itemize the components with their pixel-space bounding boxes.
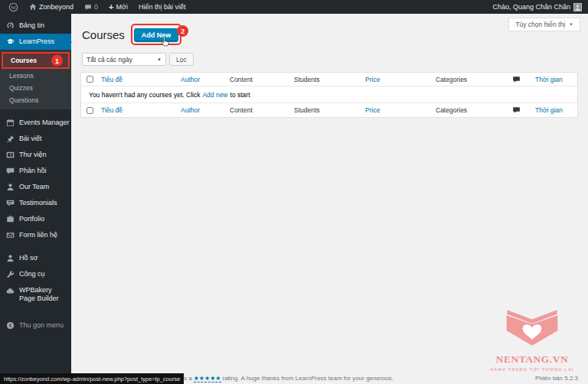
sidebar-label-comments: Phản hồi	[19, 167, 47, 175]
book-heart-logo-icon	[502, 305, 562, 353]
comment-icon	[6, 167, 15, 175]
watermark-title: NENTANG.VN	[481, 353, 583, 366]
empty-message-prefix: You haven't had any courses yet. Click	[89, 91, 200, 99]
wpbakery-icon	[6, 287, 15, 295]
column-students-bottom: Students	[291, 105, 362, 116]
wrench-icon	[6, 270, 15, 278]
new-label: Mới	[116, 3, 128, 11]
dashboard-icon	[6, 21, 15, 30]
column-price-bottom[interactable]: Price	[362, 105, 433, 116]
collapse-menu-label: Thu gọn menu	[19, 321, 64, 330]
rating-suffix: rating. A huge thanks from LearnPress te…	[223, 375, 394, 382]
date-filter-value: Tất cả các ngày	[87, 56, 132, 63]
annotation-step-2-badge: 2	[177, 25, 188, 37]
date-filter-select[interactable]: Tất cả các ngày ▼	[82, 53, 166, 66]
filter-button[interactable]: Lọc	[169, 53, 194, 66]
courses-table: Tiêu đề Author Content Students Price Ca…	[80, 72, 578, 118]
sidebar-item-portfolio[interactable]: Portfolio	[0, 211, 71, 227]
sidebar-label-courses: Courses	[11, 57, 37, 64]
sidebar-label-dashboard: Bảng tin	[19, 21, 44, 30]
table-header-row: Tiêu đề Author Content Students Price Ca…	[81, 73, 577, 86]
nentang-watermark: NENTANG.VN HÀNH TRANG TỚI TƯƠNG LAI	[481, 305, 583, 372]
sidebar-item-tools[interactable]: Công cụ	[0, 266, 71, 282]
column-content: Content	[227, 74, 291, 85]
sidebar-label-profile: Hồ sơ	[19, 254, 38, 262]
sidebar-label-wpbakery: WPBakery Page Builder	[19, 286, 68, 303]
home-icon	[29, 3, 37, 11]
empty-state-row: You haven't had any courses yet. ClickAd…	[81, 86, 577, 103]
empty-add-new-link[interactable]: Add new	[202, 91, 227, 99]
sidebar-item-learnpress[interactable]: LearnPress	[0, 34, 71, 50]
wordpress-logo-icon: W	[8, 2, 18, 12]
user-greeting[interactable]: Chào, Quang Chân Chân	[492, 3, 570, 11]
comment-count: 0	[94, 3, 98, 11]
chevron-down-icon: ▼	[569, 22, 573, 27]
column-categories-bottom: Categories	[433, 105, 500, 116]
active-menu-arrow	[67, 38, 76, 46]
sidebar-item-comments[interactable]: Phản hồi	[0, 163, 71, 179]
svg-text:W: W	[11, 5, 16, 11]
person-icon	[6, 183, 15, 191]
learnpress-submenu: Courses 1 Lessons Quizzes Questions	[0, 50, 71, 109]
sidebar-item-our-team[interactable]: Our Team	[0, 179, 71, 195]
briefcase-icon	[6, 215, 15, 223]
sidebar-item-quizzes[interactable]: Quizzes	[0, 82, 71, 94]
view-posts-label: Hiển thị bài viết	[139, 3, 186, 11]
sidebar-item-questions[interactable]: Questions	[0, 94, 71, 106]
sidebar-label-contact-form: Form liên hệ	[19, 231, 57, 239]
comments-menu[interactable]: 0	[80, 0, 102, 14]
column-title-bottom[interactable]: Tiêu đề	[98, 105, 178, 116]
new-content-menu[interactable]: + Mới	[105, 0, 132, 14]
pushpin-icon	[6, 135, 15, 143]
column-comments-icon-bottom	[500, 105, 532, 116]
screen-options-button[interactable]: Tùy chọn hiển thị ▼	[508, 18, 580, 31]
testimonial-icon	[6, 199, 15, 207]
column-author[interactable]: Author	[178, 74, 227, 85]
admin-bar: W Zonbeyond 0 + Mới Hiển thị bài viết Ch…	[0, 0, 588, 14]
site-menu[interactable]: Zonbeyond	[25, 0, 77, 14]
empty-message-suffix: to start	[230, 91, 250, 99]
sidebar-label-tools: Công cụ	[19, 270, 45, 278]
select-caret-icon: ▼	[157, 57, 162, 62]
sidebar-label-portfolio: Portfolio	[19, 215, 44, 223]
watermark-subtitle: HÀNH TRANG TỚI TƯƠNG LAI	[481, 367, 583, 372]
sidebar-item-testimonials[interactable]: Testimonials	[0, 195, 71, 211]
status-bar-url: https://zonbeyond.com/wp-admin/post-new.…	[0, 373, 184, 384]
five-stars-link[interactable]: ★★★★★	[194, 375, 221, 382]
sidebar-item-events-manager[interactable]: Events Manager	[0, 115, 71, 131]
select-all-checkbox-bottom[interactable]	[87, 107, 93, 114]
wordpress-logo-menu[interactable]: W	[5, 0, 22, 14]
column-time[interactable]: Thời gian	[532, 74, 577, 85]
sidebar-item-contact-form[interactable]: Form liên hệ	[0, 227, 71, 243]
column-title[interactable]: Tiêu đề	[98, 74, 178, 85]
sidebar-item-courses[interactable]: Courses 1	[2, 52, 70, 69]
version-text: Phiên bản 5.2.3	[535, 375, 578, 382]
page-title: Courses	[82, 28, 125, 41]
sidebar-label-events: Events Manager	[19, 119, 70, 127]
column-time-bottom[interactable]: Thời gian	[532, 105, 577, 116]
sidebar-item-lessons[interactable]: Lessons	[0, 70, 71, 82]
envelope-icon	[6, 231, 15, 239]
plus-icon: +	[109, 3, 113, 11]
select-all-checkbox[interactable]	[87, 76, 93, 83]
table-footer-row: Tiêu đề Author Content Students Price Ca…	[81, 103, 577, 117]
sidebar-label-our-team: Our Team	[19, 183, 49, 191]
column-comments-icon	[500, 74, 532, 85]
main-content: Tùy chọn hiển thị ▼ Courses Add New 2 Tấ…	[71, 14, 588, 384]
view-posts-menu[interactable]: Hiển thị bài viết	[135, 0, 190, 14]
column-price[interactable]: Price	[362, 74, 433, 85]
graduation-cap-icon	[6, 37, 15, 46]
sidebar-item-posts[interactable]: Bài viết	[0, 131, 71, 147]
site-name: Zonbeyond	[39, 3, 74, 11]
avatar[interactable]	[573, 3, 582, 11]
column-author-bottom[interactable]: Author	[178, 105, 227, 116]
add-new-button[interactable]: Add New	[134, 28, 179, 42]
admin-sidebar: Bảng tin LearnPress Courses 1 Lessons Qu…	[0, 14, 71, 384]
sidebar-item-dashboard[interactable]: Bảng tin	[0, 18, 71, 34]
collapse-menu-button[interactable]: Thu gọn menu	[0, 317, 71, 334]
sidebar-label-media: Thư viện	[19, 151, 47, 159]
sidebar-item-media[interactable]: Thư viện	[0, 147, 71, 163]
sidebar-item-profile[interactable]: Hồ sơ	[0, 250, 71, 266]
sidebar-label-testimonials: Testimonials	[19, 199, 57, 207]
sidebar-item-wpbakery[interactable]: WPBakery Page Builder	[0, 282, 71, 307]
